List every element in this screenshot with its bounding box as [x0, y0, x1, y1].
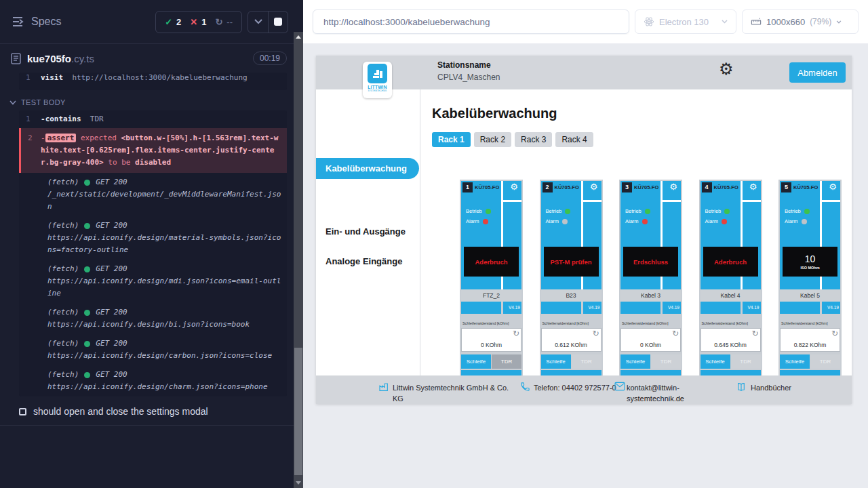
- tab-rack-4[interactable]: Rack 4: [555, 132, 593, 147]
- stop-button[interactable]: [268, 12, 288, 33]
- viewport-selector[interactable]: 1000x660 (79%): [742, 9, 859, 34]
- status-ok-dot: [84, 372, 90, 378]
- aut-pane: Electron 130 1000x660 (79%) Stationsname…: [303, 0, 868, 488]
- green-status-dot: [565, 209, 570, 214]
- alarm-indicator: Alarm: [785, 218, 807, 224]
- alarm-indicator: Alarm: [466, 218, 488, 224]
- tdr-button[interactable]: TDR: [651, 354, 681, 369]
- card-gear-icon[interactable]: ⚙: [749, 182, 757, 191]
- fetch-url: https://api.iconify.design/mdi.json?icon…: [47, 275, 281, 300]
- status-display: Erdschluss: [623, 247, 678, 277]
- schleife-button[interactable]: Schleife: [701, 354, 730, 369]
- status-display: PST-M prüfen: [544, 247, 599, 277]
- phone-number[interactable]: Telefon: 04402 972577-0: [534, 382, 619, 393]
- sidebar-item-kabelueberwachung[interactable]: Kabelüberwachung: [316, 158, 419, 179]
- sidebar-item-analoge-eingaenge[interactable]: Analoge Eingänge: [326, 256, 402, 266]
- company-name: Littwin Systemtechnik GmbH & Co. KG: [393, 382, 515, 404]
- manuals-link[interactable]: Handbücher: [751, 382, 791, 393]
- reporter-scrollbar[interactable]: [294, 0, 303, 488]
- tdr-button[interactable]: TDR: [731, 354, 761, 369]
- pending-test-title: should open and close the settings modal: [33, 406, 208, 417]
- logout-button[interactable]: Abmelden: [789, 62, 846, 83]
- contains-command-row[interactable]: 1 -contains TDR: [19, 110, 287, 128]
- schleife-button[interactable]: Schleife: [461, 354, 491, 369]
- chevron-down-icon: [836, 20, 842, 24]
- device-name: KÜ705-FO: [555, 184, 579, 190]
- assert-expected: expected: [81, 134, 117, 142]
- spec-file-row[interactable]: kue705fo.cy.ts 00:19: [0, 44, 294, 73]
- littwin-logo: LITTWIN SYSTEMTECHNIK: [363, 62, 392, 98]
- app-sidebar: Übersicht Kabelüberwachung Ein- und Ausg…: [316, 89, 420, 404]
- command-arg: TDR: [90, 115, 104, 123]
- tdr-button[interactable]: TDR: [572, 354, 601, 369]
- schleife-button[interactable]: Schleife: [620, 354, 650, 369]
- fetch-log-entry[interactable]: (fetch)GET 200 https://api.iconify.desig…: [19, 216, 287, 260]
- firmware-version: V4.19: [822, 302, 840, 314]
- betrieb-indicator: Betrieb: [625, 208, 650, 214]
- scroll-up-arrow[interactable]: [296, 35, 301, 39]
- refresh-icon[interactable]: ↻: [592, 329, 599, 338]
- status-display: 10ISO MOhm: [783, 247, 837, 277]
- loop-resistance-box: ↻ 0 KOhm: [620, 328, 681, 352]
- betrieb-indicator: Betrieb: [705, 208, 730, 214]
- loop-resistance-box: ↻ 0.645 KOhm: [701, 328, 761, 352]
- card-gear-icon[interactable]: ⚙: [590, 182, 598, 191]
- app-frame: Stationsname CPLV4_Maschen ⚙ Abmelden LI…: [316, 56, 852, 404]
- device-card-3: 3 KÜ705-FO ⚙ Betrieb Alarm Erdschluss Ka…: [619, 180, 682, 375]
- tab-rack-3[interactable]: Rack 3: [515, 132, 552, 147]
- red-status-dot: [642, 219, 648, 224]
- device-name: KÜ705-FO: [475, 184, 499, 190]
- url-input[interactable]: [313, 9, 629, 34]
- sidebar-item-ein-und-ausgaenge[interactable]: Ein- und Ausgänge: [326, 226, 406, 237]
- loop-resistance-value: 0.645 KOhm: [701, 342, 760, 348]
- spec-ext: .cy.ts: [71, 53, 94, 64]
- stat-pending: ↻--: [215, 17, 233, 27]
- tab-rack-2[interactable]: Rack 2: [474, 132, 511, 147]
- firmware-version: V4.19: [583, 302, 601, 314]
- card-gear-icon[interactable]: ⚙: [829, 182, 837, 191]
- refresh-icon[interactable]: ↻: [672, 329, 679, 338]
- scrollbar-thumb[interactable]: [294, 348, 302, 475]
- refresh-icon[interactable]: ↻: [751, 329, 758, 338]
- loop-resistance-label: Schleifenwiderstand [kOhm]: [780, 321, 840, 328]
- card-number-badge: 5: [781, 182, 791, 192]
- card-gear-icon[interactable]: ⚙: [510, 182, 518, 191]
- scroll-down-arrow[interactable]: [296, 481, 301, 485]
- ruler-icon: [751, 16, 762, 27]
- loop-resistance-box: ↻ 0 KOhm: [461, 328, 521, 352]
- specs-label[interactable]: Specs: [31, 16, 155, 28]
- assert-error-row[interactable]: 2 -assert expected <button.w-[50%].h-[1.…: [19, 128, 287, 173]
- refresh-icon[interactable]: ↻: [831, 329, 838, 338]
- alarm-indicator: Alarm: [546, 218, 568, 224]
- schleife-button[interactable]: Schleife: [541, 354, 571, 369]
- browser-selector[interactable]: Electron 130: [635, 9, 736, 34]
- fetch-log-entry[interactable]: (fetch)GET 200 /_next/static/development…: [19, 173, 287, 216]
- device-name: KÜ705-FO: [793, 184, 818, 190]
- schleife-button[interactable]: Schleife: [780, 354, 810, 369]
- station-label: Stationsname: [437, 60, 500, 70]
- alarm-indicator: Alarm: [625, 218, 648, 224]
- pending-test-row[interactable]: should open and close the settings modal: [0, 396, 294, 425]
- fetch-log-entry[interactable]: (fetch)GET 200 https://api.iconify.desig…: [19, 260, 287, 303]
- fetch-log-entry[interactable]: (fetch)GET 200 https://api.iconify.desig…: [19, 303, 287, 334]
- refresh-icon[interactable]: ↻: [513, 329, 519, 338]
- green-status-dot: [645, 209, 650, 214]
- card-gear-icon[interactable]: ⚙: [669, 182, 677, 191]
- test-body-section[interactable]: TEST BODY: [0, 90, 294, 110]
- stat-passed: ✓2: [165, 17, 181, 27]
- settings-gear-icon[interactable]: ⚙: [719, 61, 734, 77]
- test-stats[interactable]: ✓2 ✕1 ↻--: [155, 11, 242, 33]
- visit-command-row[interactable]: 1 visit http://localhost:3000/kabelueber…: [19, 73, 287, 87]
- page-title: Kabelüberwachung: [432, 106, 557, 121]
- fetch-log-entry[interactable]: (fetch)GET 200 https://api.iconify.desig…: [19, 365, 287, 396]
- command-name: contains: [45, 115, 81, 123]
- specs-menu-icon[interactable]: [11, 15, 24, 28]
- scrollbar-track[interactable]: [294, 32, 303, 488]
- fetch-log-entry[interactable]: (fetch)GET 200 https://api.iconify.desig…: [19, 334, 287, 365]
- contact-email[interactable]: kontakt@littwin-systemtechnik.de: [627, 382, 700, 404]
- tdr-button[interactable]: TDR: [492, 354, 521, 369]
- collapse-button[interactable]: [248, 12, 268, 33]
- tdr-button[interactable]: TDR: [810, 354, 840, 369]
- tab-rack-1[interactable]: Rack 1: [432, 132, 471, 147]
- assert-state: disabled: [135, 158, 171, 167]
